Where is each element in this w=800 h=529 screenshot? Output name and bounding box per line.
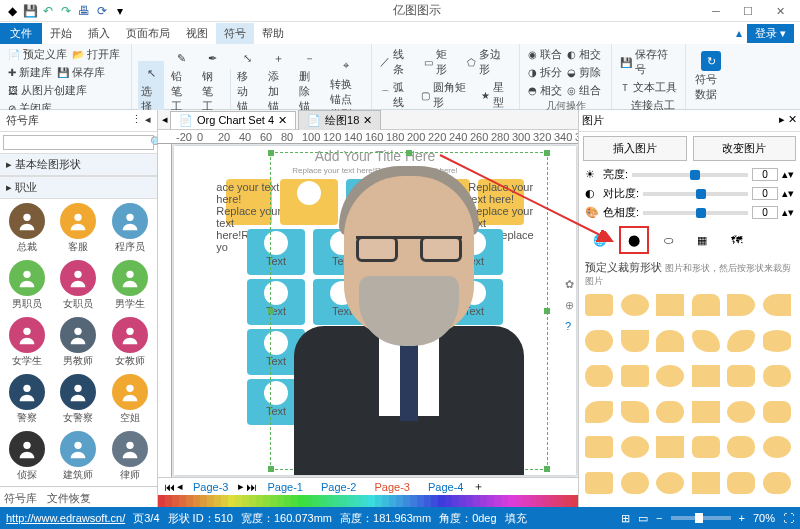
page-nav-prev[interactable]: ◂ xyxy=(177,480,183,493)
color-swatch[interactable] xyxy=(403,495,410,507)
color-swatch[interactable] xyxy=(291,495,298,507)
canvas-tool-icon[interactable]: ✿ xyxy=(565,278,574,291)
color-swatch[interactable] xyxy=(431,495,438,507)
menu-insert[interactable]: 插入 xyxy=(80,23,118,44)
canvas-tool-icon[interactable]: ⊕ xyxy=(565,299,574,312)
preset-shape[interactable] xyxy=(585,330,613,352)
color-swatch[interactable] xyxy=(172,495,179,507)
color-swatch[interactable] xyxy=(298,495,305,507)
person-shape[interactable]: 总裁 xyxy=(2,201,52,256)
color-swatch[interactable] xyxy=(550,495,557,507)
color-swatch[interactable] xyxy=(543,495,550,507)
preset-shape[interactable] xyxy=(656,401,684,423)
preset-shape[interactable] xyxy=(727,330,755,352)
menu-view[interactable]: 视图 xyxy=(178,23,216,44)
category-jobs[interactable]: ▸ 职业 xyxy=(0,176,157,199)
zoom-out-icon[interactable]: − xyxy=(656,512,662,524)
text-tool[interactable]: Ｔ文本工具 xyxy=(618,79,679,96)
color-swatch[interactable] xyxy=(424,495,431,507)
preset-shape[interactable] xyxy=(727,436,755,458)
open-lib-button[interactable]: 📂打开库 xyxy=(70,46,122,63)
preset-shape[interactable] xyxy=(621,436,649,458)
color-swatch[interactable] xyxy=(319,495,326,507)
preset-shape[interactable] xyxy=(763,436,791,458)
color-swatch[interactable] xyxy=(515,495,522,507)
color-swatch[interactable] xyxy=(193,495,200,507)
arc-shape[interactable]: ⌒弧线 xyxy=(378,79,413,111)
preset-shape[interactable] xyxy=(692,294,720,316)
person-shape[interactable]: 律师 xyxy=(105,429,155,484)
person-shape[interactable]: 侦探 xyxy=(2,429,52,484)
predef-lib-button[interactable]: 📄预定义库 xyxy=(6,46,69,63)
status-url[interactable]: http://www.edrawsoft.cn/ xyxy=(6,512,125,524)
crop-map-icon[interactable]: 🗺 xyxy=(721,226,751,254)
preset-shape[interactable] xyxy=(656,365,684,387)
color-swatch[interactable] xyxy=(459,495,466,507)
save-icon[interactable]: 💾 xyxy=(22,3,38,19)
poly-shape[interactable]: ⬠多边形 xyxy=(465,46,513,78)
page-tab[interactable]: Page-2 xyxy=(313,480,364,494)
color-swatch[interactable] xyxy=(214,495,221,507)
color-swatch[interactable] xyxy=(417,495,424,507)
preset-shape[interactable] xyxy=(763,472,791,494)
page-nav-first[interactable]: ⏮ xyxy=(164,481,175,493)
org-node[interactable]: ace your text here! Replace your text he… xyxy=(226,179,272,225)
tab-nav-left[interactable]: ◂ xyxy=(162,113,168,126)
hue-slider[interactable] xyxy=(643,211,748,215)
preset-shape[interactable] xyxy=(727,294,755,316)
color-swatch[interactable] xyxy=(221,495,228,507)
color-swatch[interactable] xyxy=(326,495,333,507)
color-swatch[interactable] xyxy=(480,495,487,507)
color-swatch[interactable] xyxy=(242,495,249,507)
crop-color-icon[interactable]: ▦ xyxy=(687,226,717,254)
preset-shape[interactable] xyxy=(692,401,720,423)
color-swatch[interactable] xyxy=(228,495,235,507)
menu-help[interactable]: 帮助 xyxy=(254,23,292,44)
preset-shape[interactable] xyxy=(763,294,791,316)
brightness-value[interactable]: 0 xyxy=(752,168,778,181)
color-swatch[interactable] xyxy=(340,495,347,507)
zoom-in-icon[interactable]: + xyxy=(739,512,745,524)
panel-menu-icon[interactable]: ⋮ ◂ xyxy=(131,113,151,128)
person-shape[interactable]: 客服 xyxy=(54,201,104,256)
tab-drawing18[interactable]: 📄绘图18 ✕ xyxy=(298,110,381,130)
color-swatch[interactable] xyxy=(473,495,480,507)
category-basic[interactable]: ▸ 基本绘图形状 xyxy=(0,153,157,176)
person-shape[interactable]: 女警察 xyxy=(54,372,104,427)
page-nav-last[interactable]: ⏭ xyxy=(246,481,257,493)
preset-shape[interactable] xyxy=(585,294,613,316)
color-swatch[interactable] xyxy=(501,495,508,507)
brightness-slider[interactable] xyxy=(632,173,748,177)
color-swatch[interactable] xyxy=(522,495,529,507)
person-shape[interactable]: 女学生 xyxy=(2,315,52,370)
color-swatch[interactable] xyxy=(256,495,263,507)
color-swatch[interactable] xyxy=(165,495,172,507)
color-swatch[interactable] xyxy=(200,495,207,507)
preset-shape[interactable] xyxy=(763,365,791,387)
color-swatch[interactable] xyxy=(312,495,319,507)
preset-shape[interactable] xyxy=(621,401,649,423)
color-swatch[interactable] xyxy=(263,495,270,507)
menu-symbol[interactable]: 符号 xyxy=(216,23,254,44)
rp-close-icon[interactable]: ▸ ✕ xyxy=(779,113,797,128)
split-op[interactable]: ◑拆分 xyxy=(526,64,564,81)
color-strip[interactable] xyxy=(158,495,578,507)
intersect-op[interactable]: ◐相交 xyxy=(565,46,603,63)
color-swatch[interactable] xyxy=(536,495,543,507)
preset-shape[interactable] xyxy=(656,294,684,316)
page-nav-next[interactable]: ▸ xyxy=(238,480,244,493)
union-op[interactable]: ◉联合 xyxy=(526,46,564,63)
search-input[interactable] xyxy=(4,136,150,149)
color-swatch[interactable] xyxy=(466,495,473,507)
person-shape[interactable]: 男职员 xyxy=(2,258,52,313)
color-swatch[interactable] xyxy=(487,495,494,507)
color-swatch[interactable] xyxy=(438,495,445,507)
preset-shape[interactable] xyxy=(692,330,720,352)
color-swatch[interactable] xyxy=(235,495,242,507)
preset-shape[interactable] xyxy=(656,330,684,352)
preset-shape[interactable] xyxy=(692,472,720,494)
preset-shape[interactable] xyxy=(656,472,684,494)
page-tab[interactable]: Page-1 xyxy=(259,480,310,494)
person-shape[interactable]: 建筑师 xyxy=(54,429,104,484)
preset-shape[interactable] xyxy=(621,472,649,494)
